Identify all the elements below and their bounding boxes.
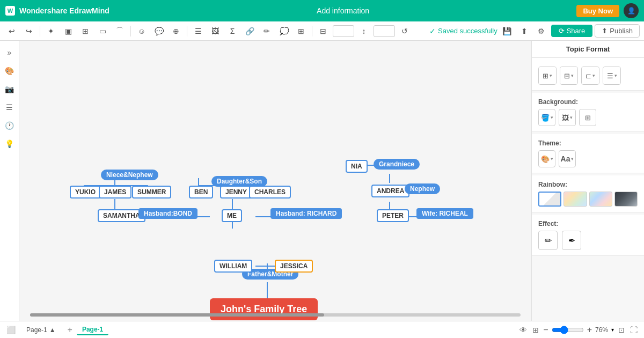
list-format-btn[interactable]: ☰▾ (603, 67, 620, 84)
draw-button[interactable]: ✏ (259, 24, 274, 39)
topic-button[interactable]: ▣ (61, 24, 76, 39)
lightbulb-panel-icon[interactable]: 💡 (2, 136, 17, 151)
horizontal-scrollbar[interactable] (30, 313, 521, 317)
effect-btn-1[interactable]: ✏ (538, 231, 558, 250)
color-palette-btn[interactable]: 🎨▾ (538, 150, 555, 167)
rainbow-option-4[interactable] (614, 192, 638, 207)
andrea-node[interactable]: ANDREA (371, 185, 409, 197)
me-node[interactable]: ME (222, 209, 242, 222)
tree-layout-btn[interactable]: ⊟▾ (560, 67, 577, 84)
grandniece-node[interactable]: Grandniece (374, 159, 420, 170)
hasband-bond-node[interactable]: Hasband:BOND (138, 208, 197, 219)
grid-view-icon[interactable]: ⊞ (531, 325, 540, 335)
fullscreen-icon[interactable]: ⛶ (629, 325, 639, 335)
refresh-button[interactable]: ↺ (397, 24, 412, 39)
column-width-input[interactable] (374, 25, 395, 37)
grid-layout-btn[interactable]: ⊞▾ (539, 67, 556, 84)
export-button[interactable]: ⬆ (517, 24, 532, 39)
hasband-richard-node[interactable]: Hasband: RICHARD (270, 208, 342, 219)
relationship-button[interactable]: ⊕ (169, 24, 184, 39)
nia-node[interactable]: NIA (346, 160, 368, 173)
james-node[interactable]: JAMES (99, 186, 131, 199)
daughter-son-node[interactable]: Daughter&Son (211, 176, 267, 187)
jenny-node[interactable]: JENNY (220, 186, 252, 199)
table-button[interactable]: ⊞ (294, 24, 309, 39)
panel-expand-icon[interactable]: » (2, 45, 17, 60)
image-panel-icon[interactable]: 📷 (2, 82, 17, 97)
canvas[interactable]: John's Family Tree Father&Mother WILLIAM… (19, 41, 531, 321)
shape-button[interactable]: ▭ (95, 24, 110, 39)
save-button[interactable]: 💾 (500, 24, 515, 39)
image-button[interactable]: 🖼 (208, 24, 223, 39)
share-button[interactable]: ⟳ Share (551, 25, 593, 37)
zoom-dropdown-arrow[interactable]: ▾ (611, 327, 614, 333)
rainbow-option-3[interactable] (589, 192, 612, 207)
comment-button[interactable]: 💭 (276, 24, 291, 39)
profile-icon[interactable]: 👤 (624, 3, 639, 18)
buy-now-button[interactable]: Buy Now (576, 5, 619, 17)
effect-btn-2[interactable]: ✒ (562, 231, 581, 250)
row-height-button[interactable]: ↕ (356, 24, 371, 39)
active-page-tab[interactable]: Page-1 (77, 325, 108, 335)
theme-section: Theme: 🎨▾ Aa▾ (532, 134, 644, 173)
font-btn[interactable]: Aa▾ (559, 150, 576, 167)
page-tab-1[interactable]: Page-1 ▲ (21, 325, 61, 335)
zoom-plus-btn[interactable]: + (587, 325, 592, 335)
layout-button[interactable]: ⊟ (316, 24, 331, 39)
saved-check-icon: ✓ (429, 27, 436, 35)
clock-panel-icon[interactable]: 🕐 (2, 118, 17, 133)
saved-status: ✓ Saved successfully (429, 27, 497, 35)
main-area: » 🎨 📷 ☰ 🕐 💡 (0, 41, 644, 321)
eye-icon[interactable]: 👁 (518, 325, 528, 335)
fit-screen-icon[interactable]: ⊡ (617, 325, 626, 335)
toolbar: ↩ ↪ ✦ ▣ ⊞ ▭ ⌒ ☺ 💬 ⊕ ☰ 🖼 Σ 🔗 ✏ 💭 ⊞ ⊟ ↕ ↺ … (0, 21, 644, 41)
page-view-icon[interactable]: ⬜ (5, 325, 17, 335)
list-button[interactable]: ☰ (191, 24, 206, 39)
topic-format-header: Topic Format (532, 41, 644, 58)
bg-image-btn[interactable]: 🖼▾ (559, 109, 576, 126)
jessica-node[interactable]: JESSICA (275, 260, 313, 273)
add-page-button[interactable]: + (68, 325, 72, 335)
line-button[interactable]: ⌒ (112, 24, 127, 39)
zoom-input[interactable] (333, 25, 354, 37)
subtopic-button[interactable]: ⊞ (78, 24, 93, 39)
emoji-button[interactable]: ☺ (134, 24, 149, 39)
rainbow-option-2[interactable] (564, 192, 587, 207)
theme-label: Theme: (538, 139, 638, 147)
root-node[interactable]: John's Family Tree (210, 298, 318, 320)
fill-color-btn[interactable]: 🪣▾ (538, 109, 555, 126)
bracket-btn[interactable]: ⊏▾ (582, 67, 599, 84)
wife-richeal-node[interactable]: Wife: RICHEAL (416, 208, 473, 219)
settings-button[interactable]: ⚙ (534, 24, 549, 39)
rainbow-label: Rainbow: (538, 181, 638, 188)
list-panel-icon[interactable]: ☰ (2, 100, 17, 115)
redo-button[interactable]: ↪ (21, 24, 36, 39)
callout-button[interactable]: 💬 (151, 24, 166, 39)
effect-label: Effect: (538, 220, 638, 227)
lasso-button[interactable]: ✦ (43, 24, 58, 39)
formula-button[interactable]: Σ (225, 24, 240, 39)
yukio-node[interactable]: YUKIO (70, 186, 101, 199)
link-button[interactable]: 🔗 (242, 24, 257, 39)
rainbow-section: Rainbow: (532, 175, 644, 212)
list-format-btn-group: ☰▾ (603, 67, 621, 85)
bg-style-btn[interactable]: ⊞ (579, 109, 596, 126)
toolbar-sep-2 (130, 26, 131, 36)
niece-nephew-node[interactable]: Niece&Nephew (101, 170, 158, 180)
undo-button[interactable]: ↩ (4, 24, 19, 39)
william-node[interactable]: WILLIAM (214, 260, 252, 273)
nephew-node[interactable]: Nephew (405, 183, 440, 194)
summer-node[interactable]: SUMMER (132, 186, 171, 199)
charles-node[interactable]: CHARLES (249, 186, 291, 199)
rainbow-option-1[interactable] (538, 192, 561, 207)
ben-node[interactable]: BEN (189, 186, 213, 199)
saved-status-text: Saved successfully (438, 27, 497, 35)
share-icon: ⟳ (559, 27, 565, 35)
background-section: Background: 🪣▾ 🖼▾ ⊞ (532, 93, 644, 132)
zoom-slider[interactable] (552, 326, 584, 334)
format-panel-icon[interactable]: 🎨 (2, 63, 17, 78)
peter-node[interactable]: PETER (377, 209, 409, 222)
publish-button[interactable]: ⬆ Publish (595, 24, 640, 38)
topbar-left: W Wondershare EdrawMind (5, 6, 109, 16)
zoom-minus-btn[interactable]: − (543, 325, 548, 335)
